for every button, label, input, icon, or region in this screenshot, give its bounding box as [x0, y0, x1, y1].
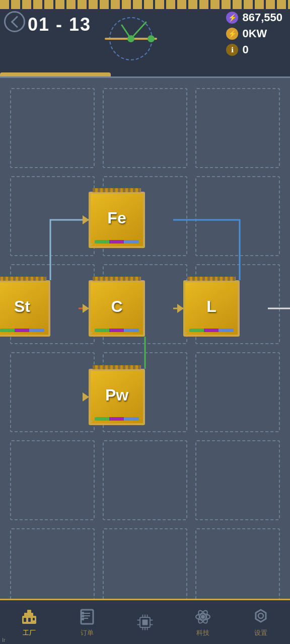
nav-factory[interactable]: 工厂 [20, 607, 39, 637]
resource-icon: ℹ [226, 44, 238, 56]
corner-text: Ir [0, 636, 8, 644]
grid-cell-r5c1[interactable] [10, 440, 95, 520]
svg-rect-13 [27, 610, 31, 616]
module-fe-bar [95, 240, 139, 244]
level-label: 01 - 13 [28, 14, 91, 35]
power-value: 0KW [242, 27, 267, 40]
grid-cell-r1c2[interactable] [103, 88, 187, 168]
factory-icon [20, 607, 39, 626]
grid-cell-r2c1[interactable] [10, 176, 95, 256]
grid-cell-r6c3[interactable] [195, 528, 280, 608]
svg-point-4 [127, 35, 134, 42]
svg-point-41 [258, 613, 263, 618]
nav-tech[interactable]: 科技 [193, 607, 212, 637]
module-pw-arrow [83, 392, 89, 401]
module-pw-corner [89, 421, 93, 425]
svg-point-36 [201, 615, 205, 619]
nav-circuit[interactable] [135, 613, 155, 632]
svg-rect-23 [82, 618, 84, 620]
back-button[interactable] [4, 11, 25, 32]
stats-panel: ⚡ 867,550 ⚡ 0KW ℹ 0 [226, 11, 282, 56]
module-st[interactable]: St [0, 280, 50, 337]
power-row: ⚡ 0KW [226, 27, 282, 40]
module-l-corner [184, 332, 188, 336]
currency-icon: ⚡ [226, 12, 238, 24]
currency-row: ⚡ 867,550 [226, 11, 282, 24]
grid-cell-r1c3[interactable] [195, 88, 280, 168]
module-c-arrow [83, 304, 89, 313]
nav-settings[interactable]: 设置 [251, 607, 270, 637]
tab-indicator [0, 72, 111, 76]
grid-cell-r4c1[interactable] [10, 352, 95, 432]
power-icon: ⚡ [226, 28, 238, 40]
module-pw[interactable]: Pw [89, 369, 145, 425]
module-l-teeth [187, 277, 236, 281]
module-pw-label: Pw [105, 386, 128, 405]
bottom-navbar: 工厂 订单 [0, 599, 290, 644]
module-st-teeth [0, 277, 46, 281]
grid-cell-r1c1[interactable] [10, 88, 95, 168]
tech-icon [193, 607, 212, 626]
module-l-bar [189, 329, 234, 332]
module-c-bar [95, 329, 139, 332]
module-c-corner [89, 332, 93, 336]
circuit-icon [135, 613, 155, 632]
nav-tech-label: 科技 [196, 628, 209, 637]
grid-background [0, 78, 290, 606]
header: 01 - 13 ⚡ 867,550 ⚡ 0KW ℹ 0 [0, 0, 290, 78]
svg-rect-22 [82, 615, 84, 617]
orders-icon [78, 607, 97, 626]
module-fe-teeth [93, 188, 141, 192]
svg-point-5 [148, 35, 155, 42]
grid-cell-r2c3[interactable] [195, 176, 280, 256]
module-l[interactable]: L [183, 280, 240, 337]
module-c[interactable]: C [89, 280, 145, 337]
grid-cell-r4c3[interactable] [195, 352, 280, 432]
nav-orders[interactable]: 订单 [78, 607, 97, 637]
top-decorative-bar [0, 0, 290, 9]
svg-rect-14 [24, 618, 26, 622]
svg-rect-21 [82, 612, 84, 614]
module-fe-label: Fe [107, 209, 126, 227]
currency-value: 867,550 [242, 11, 282, 24]
module-fe-corner [89, 244, 93, 248]
nav-settings-label: 设置 [254, 628, 267, 637]
module-pw-teeth [93, 365, 141, 369]
module-c-teeth [93, 277, 141, 281]
module-c-label: C [111, 297, 122, 316]
svg-rect-11 [24, 613, 27, 617]
grid-cell-r6c2[interactable] [103, 528, 187, 608]
module-st-label: St [14, 297, 30, 316]
grid-cell-r5c2[interactable] [103, 440, 187, 520]
svg-marker-40 [256, 610, 266, 622]
compass-display [101, 11, 161, 61]
resource-value: 0 [242, 43, 248, 56]
module-st-bar [0, 329, 44, 332]
module-fe-arrow [83, 215, 89, 224]
module-pw-bar [95, 417, 139, 421]
game-area: Fe St C L Pw [0, 78, 290, 606]
svg-rect-25 [142, 619, 148, 625]
resource-row: ℹ 0 [226, 43, 282, 56]
svg-rect-15 [28, 618, 31, 622]
nav-orders-label: 订单 [81, 628, 94, 637]
module-l-arrow [177, 304, 184, 313]
grid-cell-r5c3[interactable] [195, 440, 280, 520]
module-l-label: L [206, 297, 216, 316]
svg-rect-16 [33, 618, 35, 620]
settings-icon [251, 607, 270, 626]
nav-factory-label: 工厂 [23, 628, 36, 637]
grid-cell-r6c1[interactable] [10, 528, 95, 608]
module-fe[interactable]: Fe [89, 192, 145, 248]
